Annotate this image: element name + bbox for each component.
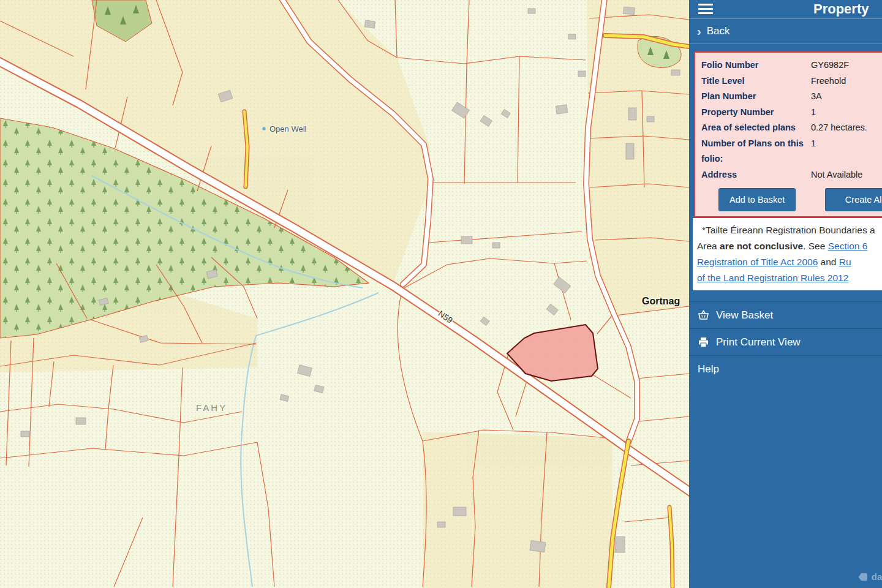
folio-row: Title Level Freehold bbox=[701, 74, 882, 89]
disclaimer-text: *Tailte Éireann Registration Boundaries … bbox=[702, 225, 875, 235]
folio-label: Folio Number bbox=[701, 58, 811, 74]
help-button[interactable]: Help bbox=[689, 355, 882, 382]
folio-buttons: Add to Basket Create Alert bbox=[701, 188, 882, 211]
folio-row: Number of Plans on this folio: 1 bbox=[701, 136, 882, 167]
map-svg: Open Well N59 FAHY Gortnag bbox=[0, 0, 689, 588]
section-6-link[interactable]: Section 6 bbox=[828, 241, 868, 251]
folio-value: GY6982F bbox=[811, 58, 849, 74]
view-basket-button[interactable]: View Basket bbox=[689, 301, 882, 328]
folio-label: Address bbox=[701, 167, 811, 183]
daft-flag-icon bbox=[858, 572, 868, 582]
help-label: Help bbox=[698, 363, 719, 375]
folio-value: 3A bbox=[811, 89, 822, 105]
daft-logo-text: daft.ie bbox=[872, 571, 882, 582]
back-button[interactable]: › Back bbox=[689, 19, 882, 44]
disclaimer-bold-text: are not conclusive bbox=[720, 241, 803, 251]
disclaimer-line-4: of the Land Registration Rules 2012 bbox=[697, 270, 882, 286]
disclaimer-line-3: Registration of Title Act 2006 and Ru bbox=[697, 254, 882, 270]
disclaimer-card: *Tailte Éireann Registration Boundaries … bbox=[693, 218, 882, 290]
folio-label: Number of Plans on this folio: bbox=[701, 136, 811, 167]
rules-link[interactable]: Ru bbox=[839, 257, 851, 267]
view-basket-label: View Basket bbox=[716, 309, 773, 322]
folio-value: Not Available bbox=[811, 167, 862, 183]
printer-icon bbox=[698, 337, 709, 348]
folio-row: Property Number 1 bbox=[701, 105, 882, 121]
disclaimer-text: . See bbox=[803, 241, 828, 251]
disclaimer-text: and bbox=[818, 257, 839, 267]
folio-value: Freehold bbox=[811, 74, 846, 89]
open-well-label: Open Well bbox=[270, 124, 307, 134]
folio-label: Area of selected plans bbox=[701, 120, 811, 136]
fahy-townland-label: FAHY bbox=[196, 402, 227, 413]
print-current-view-label: Print Current View bbox=[716, 336, 801, 349]
folio-row: Plan Number 3A bbox=[701, 89, 882, 105]
well-marker-icon bbox=[262, 127, 265, 130]
daft-logo: daft.ie bbox=[858, 571, 882, 582]
folio-row: Address Not Available bbox=[701, 167, 882, 183]
folio-value: 1 bbox=[811, 105, 816, 121]
back-label: Back bbox=[707, 25, 730, 37]
registration-of-title-act-link[interactable]: Registration of Title Act 2006 bbox=[697, 257, 818, 267]
land-registration-rules-link[interactable]: of the Land Registration Rules 2012 bbox=[697, 273, 848, 283]
add-to-basket-button[interactable]: Add to Basket bbox=[718, 188, 796, 211]
basket-icon bbox=[698, 310, 709, 321]
folio-value: 1 bbox=[811, 136, 816, 167]
create-alert-button[interactable]: Create Alert bbox=[825, 188, 882, 211]
print-current-view-button[interactable]: Print Current View bbox=[689, 328, 882, 355]
chevron-right-icon: › bbox=[697, 25, 701, 37]
property-panel: Property › Back Folio Number GY6982F Tit… bbox=[689, 0, 882, 588]
folio-row: Folio Number GY6982F bbox=[701, 58, 882, 74]
panel-header: Property bbox=[689, 0, 882, 19]
panel-title: Property bbox=[813, 0, 869, 18]
gortnag-townland-label: Gortnag bbox=[642, 296, 680, 306]
disclaimer-line-2: Area are not conclusive. See Section 6 bbox=[697, 238, 882, 254]
disclaimer-line-1: *Tailte Éireann Registration Boundaries … bbox=[697, 222, 882, 238]
panel-actions: View Basket Print Current View Help bbox=[689, 301, 882, 382]
folio-label: Title Level bbox=[701, 74, 811, 89]
folio-row: Area of selected plans 0.27 hectares. bbox=[701, 120, 882, 136]
folio-label: Plan Number bbox=[701, 89, 811, 105]
disclaimer-text: Area bbox=[697, 241, 720, 251]
folio-value: 0.27 hectares. bbox=[811, 120, 867, 136]
map-canvas[interactable]: Open Well N59 FAHY Gortnag bbox=[0, 0, 689, 588]
folio-label: Property Number bbox=[701, 105, 811, 121]
menu-icon[interactable] bbox=[698, 4, 713, 16]
folio-card: Folio Number GY6982F Title Level Freehol… bbox=[694, 51, 882, 217]
